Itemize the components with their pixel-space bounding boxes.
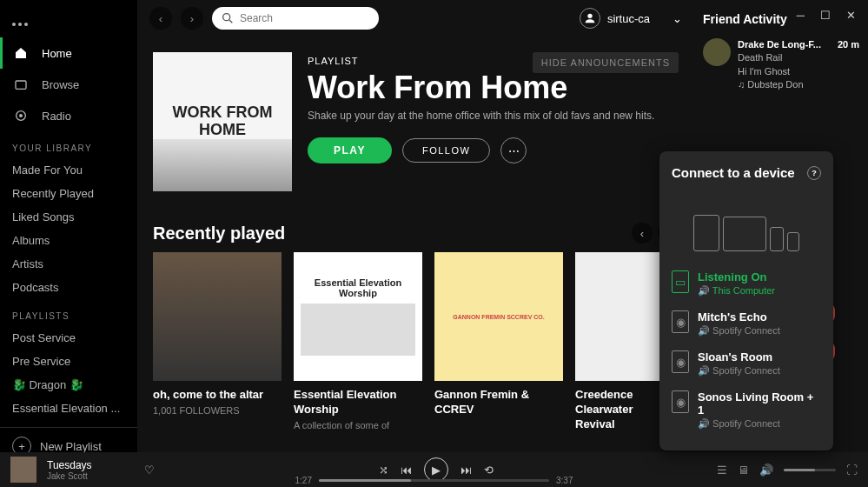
radio-icon: [12, 107, 30, 124]
playlist-item[interactable]: Pre Service: [0, 350, 137, 373]
sidebar: Home Browse Radio YOUR LIBRARY Made For …: [0, 0, 137, 452]
device-item[interactable]: ◉ Mitch's Echo🔊 Spotify Connect: [672, 304, 821, 344]
playlist-item[interactable]: Essential Elevation ...: [0, 397, 137, 420]
main-view: ‹ › sirtuc-ca ⌄ WORK FROM HOME PLAYLIST …: [137, 0, 694, 452]
user-icon: [580, 8, 600, 29]
computer-icon: ▭: [672, 270, 689, 293]
playlist-item[interactable]: 🐉 Dragon 🐉: [0, 373, 137, 397]
next-button[interactable]: ⏭: [461, 464, 472, 477]
search-icon: [221, 11, 235, 25]
minimize-button[interactable]: ─: [797, 9, 805, 22]
carousel-prev[interactable]: ‹: [632, 223, 653, 244]
card[interactable]: Essential Elevation WorshipEssential Ele…: [294, 252, 422, 432]
speaker-icon: ◉: [672, 390, 689, 413]
player-bar: Tuesdays Jake Scott ♡ ⤭ ⏮ ▶ ⏭ ⟲ 1:27 3:3…: [0, 452, 868, 487]
new-playlist-button[interactable]: +New Playlist: [0, 427, 137, 452]
connect-panel: Connect to a device? ▭ Listening On🔊 Thi…: [659, 151, 833, 450]
hide-announcements[interactable]: HIDE ANNOUNCEMENTS: [533, 52, 679, 73]
device-this-computer[interactable]: ▭ Listening On🔊 This Computer: [672, 264, 821, 304]
more-button[interactable]: ⋯: [500, 137, 527, 163]
speaker-icon: ◉: [672, 310, 689, 333]
friend-playlist: Dubstep Don: [747, 79, 803, 90]
maximize-button[interactable]: ☐: [820, 9, 831, 22]
friend-item[interactable]: Drake De Long-F...20 m Death Rail Hi I'm…: [703, 38, 859, 92]
lib-liked-songs[interactable]: Liked Songs: [0, 205, 137, 229]
plus-icon: +: [12, 437, 31, 452]
playlist-title: Work From Home: [308, 70, 679, 106]
svg-line-4: [229, 20, 232, 23]
device-item[interactable]: ◉ Sloan's Room🔊 Spotify Connect: [672, 344, 821, 384]
friend-time: 20 m: [838, 38, 859, 51]
recently-played-grid: oh, come to the altar1,001 FOLLOWERS Ess…: [153, 252, 679, 432]
friend-artist: Hi I'm Ghost: [738, 65, 859, 78]
svg-point-3: [223, 14, 230, 21]
friend-avatar: [703, 38, 731, 66]
forward-button[interactable]: ›: [181, 7, 203, 30]
lib-artists[interactable]: Artists: [0, 252, 137, 276]
card[interactable]: GANNON FREMIN SCCREV CO.Gannon Fremin & …: [434, 252, 563, 432]
now-playing-title[interactable]: Tuesdays: [47, 459, 134, 471]
username: sirtuc-ca: [607, 12, 650, 25]
time-duration: 3:37: [556, 476, 573, 485]
connect-title: Connect to a device: [672, 165, 795, 180]
play-button[interactable]: PLAY: [308, 137, 392, 163]
search-input[interactable]: [240, 12, 370, 24]
svg-point-5: [587, 14, 592, 18]
user-menu[interactable]: sirtuc-ca ⌄: [580, 8, 682, 29]
close-button[interactable]: ✕: [846, 9, 856, 22]
shuffle-button[interactable]: ⤭: [379, 464, 388, 477]
like-button[interactable]: ♡: [144, 464, 155, 477]
menu-dots[interactable]: [0, 7, 137, 37]
speaker-icon: ◉: [672, 350, 689, 373]
library-header: YOUR LIBRARY: [0, 131, 137, 158]
new-playlist-label: New Playlist: [40, 440, 102, 453]
playlists-header: PLAYLISTS: [0, 299, 137, 326]
nav-label: Home: [42, 47, 72, 60]
playlist-cover[interactable]: WORK FROM HOME: [153, 52, 292, 191]
devices-button[interactable]: 🖥: [738, 464, 749, 477]
now-playing-artist[interactable]: Jake Scott: [47, 471, 134, 481]
prev-button[interactable]: ⏮: [401, 464, 412, 477]
friend-name: Drake De Long-F...: [738, 38, 821, 51]
nav-radio[interactable]: Radio: [0, 100, 137, 131]
time-elapsed: 1:27: [295, 476, 312, 485]
topbar: ‹ › sirtuc-ca ⌄: [137, 0, 694, 37]
search-box[interactable]: [212, 7, 379, 30]
playlist-desc: Shake up your day at the home office wit…: [308, 110, 679, 122]
nav-label: Radio: [42, 110, 71, 123]
nav-home[interactable]: Home: [0, 37, 137, 69]
playlist-item[interactable]: Post Service: [0, 326, 137, 350]
chevron-down-icon: ⌄: [673, 12, 682, 25]
volume-slider[interactable]: [784, 469, 836, 471]
help-icon[interactable]: ?: [807, 166, 821, 180]
recently-played-title: Recently played: [153, 223, 285, 244]
card[interactable]: Creedence Clearwater Revival: [575, 252, 671, 432]
hero: WORK FROM HOME PLAYLIST Work From Home S…: [153, 37, 679, 207]
fullscreen-button[interactable]: ⛶: [846, 464, 858, 477]
nav-browse[interactable]: Browse: [0, 69, 137, 100]
follow-button[interactable]: FOLLOW: [402, 138, 490, 163]
svg-rect-0: [16, 81, 26, 89]
home-icon: [12, 44, 30, 62]
repeat-button[interactable]: ⟲: [484, 464, 494, 477]
lib-albums[interactable]: Albums: [0, 229, 137, 252]
nav-label: Browse: [42, 78, 79, 91]
progress-bar[interactable]: 1:27 3:37: [295, 476, 573, 485]
lib-podcasts[interactable]: Podcasts: [0, 276, 137, 299]
now-playing-art[interactable]: [10, 457, 36, 483]
card[interactable]: oh, come to the altar1,001 FOLLOWERS: [153, 252, 282, 432]
window-controls: ─ ☐ ✕: [792, 3, 861, 27]
device-item[interactable]: ◉ Sonos Living Room + 1🔊 Spotify Connect: [672, 384, 821, 437]
lib-made-for-you[interactable]: Made For You: [0, 158, 137, 182]
queue-button[interactable]: ☰: [717, 464, 727, 477]
friend-track: Death Rail: [738, 51, 859, 64]
volume-icon[interactable]: 🔊: [759, 464, 773, 477]
playlist-icon: ♫: [738, 79, 747, 90]
back-button[interactable]: ‹: [149, 7, 172, 30]
svg-point-1: [19, 114, 23, 117]
browse-icon: [12, 76, 30, 93]
lib-recently-played[interactable]: Recently Played: [0, 182, 137, 205]
devices-illustration: [672, 190, 821, 251]
